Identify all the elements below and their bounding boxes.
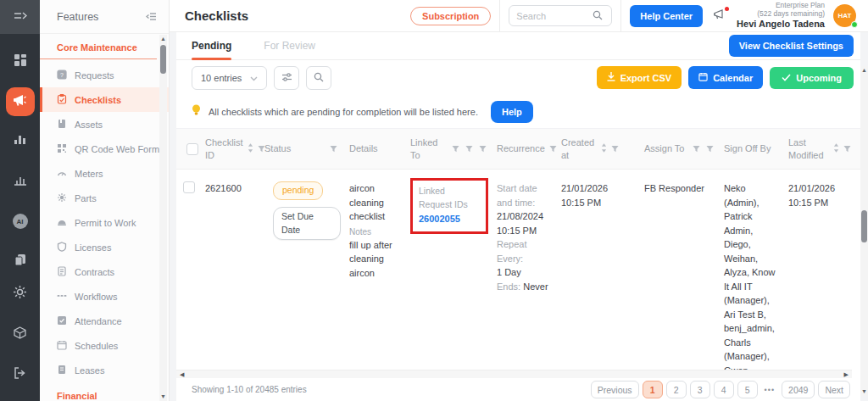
sidebar-item-schedules[interactable]: Schedules bbox=[40, 333, 169, 358]
features-nav-button[interactable] bbox=[6, 87, 35, 116]
documents-nav-button[interactable] bbox=[6, 247, 35, 276]
sidebar-item-attendance[interactable]: Attendance bbox=[40, 309, 169, 333]
sidebar-item-permit-to-work[interactable]: Permit to Work bbox=[40, 210, 169, 235]
section-financial: Financial bbox=[40, 382, 157, 401]
page-button-1[interactable]: 1 bbox=[643, 381, 663, 398]
filter-icon[interactable] bbox=[452, 144, 459, 154]
column-settings-button[interactable] bbox=[274, 66, 299, 90]
column-header-last-modified[interactable]: Last Modified bbox=[785, 129, 860, 169]
scroll-left-icon[interactable]: ◀ bbox=[180, 371, 184, 378]
filter-icon[interactable] bbox=[330, 144, 342, 154]
sidebar-item-workflows[interactable]: Workflows bbox=[40, 284, 169, 309]
filter-icon[interactable] bbox=[843, 144, 851, 154]
column-header-checklist-id[interactable]: Checklist ID bbox=[202, 129, 261, 169]
filter-icon[interactable] bbox=[706, 144, 714, 154]
scroll-up-icon[interactable]: ▲ bbox=[861, 66, 867, 75]
cell-recurrence: Start date and time: 21/08/2024 10:15 PM… bbox=[493, 170, 558, 370]
next-page-button[interactable]: Next bbox=[818, 381, 850, 398]
search-icon[interactable] bbox=[593, 8, 603, 24]
help-center-button[interactable]: Help Center bbox=[630, 5, 703, 27]
collapse-sidebar-icon[interactable] bbox=[146, 9, 157, 25]
sidebar-item-parts[interactable]: Parts bbox=[40, 186, 169, 210]
sidebar-item-meters[interactable]: Meters bbox=[40, 161, 169, 186]
select-all-checkbox[interactable] bbox=[186, 143, 198, 155]
column-header-status[interactable]: Status bbox=[261, 129, 346, 169]
sidebar-item-assets[interactable]: Assets bbox=[40, 112, 169, 136]
sort-icon[interactable] bbox=[833, 143, 839, 154]
filter-icon[interactable] bbox=[611, 144, 619, 154]
column-header-assign-to[interactable]: Assign To bbox=[641, 129, 721, 169]
scroll-down-icon[interactable]: ▼ bbox=[160, 393, 166, 401]
ai-icon: AI bbox=[13, 214, 28, 229]
details-notes: fill up after cleaning aircon bbox=[349, 238, 402, 281]
column-header-created-at[interactable]: Created at bbox=[558, 129, 641, 169]
topbar-divider bbox=[620, 0, 621, 32]
topbar-divider bbox=[499, 0, 500, 32]
page-button-2[interactable]: 2 bbox=[666, 381, 687, 398]
table-body: 2621600 pending Set Due Date aircon clea… bbox=[176, 170, 860, 370]
sidebar-item-label: QR Code Web Forms bbox=[75, 144, 164, 154]
sidebar-item-licenses[interactable]: Licenses bbox=[40, 235, 169, 259]
help-button[interactable]: Help bbox=[491, 101, 533, 123]
packages-button[interactable] bbox=[6, 320, 35, 348]
sidebar-scrollbar[interactable]: ▲ ▼ bbox=[159, 35, 167, 401]
sidebar-toggle-button[interactable] bbox=[0, 0, 40, 34]
sidebar-item-checklists[interactable]: Checklists bbox=[40, 87, 169, 112]
column-header-recurrence[interactable]: Recurrence bbox=[493, 129, 558, 169]
user-avatar[interactable]: HAT bbox=[833, 4, 856, 27]
sidebar-scroll-thumb[interactable] bbox=[160, 45, 166, 74]
filter-icon[interactable] bbox=[479, 144, 487, 154]
sidebar-item-contracts[interactable]: Contracts bbox=[40, 259, 169, 284]
filter-icon[interactable] bbox=[693, 144, 700, 154]
dashboard-nav-button[interactable] bbox=[6, 47, 35, 76]
column-header-details[interactable]: Details bbox=[346, 129, 407, 169]
tab-for-review[interactable]: For Review bbox=[264, 32, 315, 60]
last-page-button[interactable]: 2049 bbox=[782, 381, 815, 398]
tab-pending[interactable]: Pending bbox=[192, 32, 231, 60]
sidebar-item-qr-code-web-forms[interactable]: QR Code Web Forms bbox=[40, 136, 169, 161]
export-csv-button[interactable]: Export CSV bbox=[597, 66, 682, 89]
sidebar-item-label: Meters bbox=[75, 169, 103, 179]
settings-button[interactable] bbox=[6, 279, 35, 308]
scroll-up-icon[interactable]: ▲ bbox=[160, 35, 166, 43]
scroll-down-icon[interactable]: ▼ bbox=[861, 387, 867, 396]
table-row[interactable]: 2621600 pending Set Due Date aircon clea… bbox=[176, 170, 860, 370]
table-search-button[interactable] bbox=[306, 66, 331, 90]
logout-button[interactable] bbox=[6, 360, 35, 389]
dashboard-grid-icon bbox=[14, 53, 27, 70]
tabs-row: Pending For Review View Checklist Settin… bbox=[176, 32, 860, 60]
scroll-right-icon[interactable]: ▶ bbox=[844, 371, 849, 378]
reports-nav-button[interactable] bbox=[6, 127, 35, 156]
page-button-4[interactable]: 4 bbox=[714, 381, 734, 398]
subscription-button[interactable]: Subscription bbox=[410, 7, 491, 25]
horizontal-scrollbar[interactable]: ◀ ▶ bbox=[176, 370, 852, 378]
previous-page-button[interactable]: Previous bbox=[591, 381, 639, 398]
column-header-sign-off-by[interactable]: Sign Off By bbox=[721, 129, 785, 169]
page-button-3[interactable]: 3 bbox=[690, 381, 710, 398]
ai-assistant-button[interactable]: AI bbox=[6, 207, 35, 236]
upcoming-button[interactable]: Upcoming bbox=[770, 67, 854, 89]
set-due-date-button[interactable]: Set Due Date bbox=[273, 207, 341, 241]
page-button-5[interactable]: 5 bbox=[737, 381, 758, 398]
calendar-button[interactable]: Calendar bbox=[688, 66, 763, 89]
vertical-scrollbar[interactable]: ▲ ▼ bbox=[860, 66, 868, 396]
sort-icon[interactable] bbox=[248, 143, 253, 154]
column-label: Assign To bbox=[644, 142, 685, 154]
sliders-icon bbox=[281, 70, 292, 86]
column-header-linked-to[interactable]: Linked To bbox=[407, 129, 493, 169]
filter-icon[interactable] bbox=[465, 144, 473, 154]
row-checkbox[interactable] bbox=[183, 181, 195, 193]
vertical-scroll-thumb[interactable] bbox=[861, 210, 867, 242]
sort-icon[interactable] bbox=[601, 143, 607, 154]
analytics-nav-button[interactable] bbox=[6, 167, 35, 196]
linked-request-id-link[interactable]: 26002055 bbox=[419, 212, 480, 226]
view-checklist-settings-button[interactable]: View Checklist Settings bbox=[729, 35, 854, 57]
entries-per-page-select[interactable]: 10 entries bbox=[192, 66, 267, 90]
sidebar-item-requests[interactable]: ? Requests bbox=[40, 63, 169, 87]
lightbulb-icon bbox=[192, 104, 201, 120]
sidebar-item-leases[interactable]: Leases bbox=[40, 358, 169, 382]
announcements-button[interactable] bbox=[713, 8, 726, 24]
search-input[interactable] bbox=[516, 11, 593, 21]
global-search[interactable] bbox=[509, 5, 612, 26]
recurrence-start-label: Start date and time: bbox=[497, 183, 537, 208]
